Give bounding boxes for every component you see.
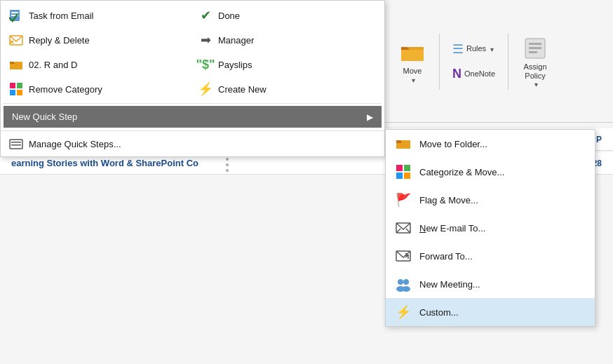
payslips-label: Payslips: [218, 60, 252, 70]
rules-button[interactable]: ☰ Rules ▾: [448, 39, 499, 60]
done-label: Done: [218, 11, 240, 21]
svg-line-27: [396, 229, 400, 233]
assign-policy-label: AssignPolicy: [524, 62, 547, 81]
onenote-icon: N: [452, 67, 462, 81]
svg-rect-15: [10, 90, 15, 95]
svg-rect-6: [529, 51, 537, 53]
svg-rect-8: [11, 12, 18, 13]
move-button[interactable]: Move ▾: [394, 36, 431, 86]
new-meeting-icon: [396, 276, 411, 292]
new-email-to-label: New E-mail To...: [419, 223, 485, 234]
new-meeting-label: New Meeting...: [419, 279, 480, 290]
rules-label: Rules: [466, 44, 486, 53]
svg-rect-16: [17, 90, 22, 95]
manage-icon: [9, 137, 23, 151]
svg-point-31: [403, 279, 409, 285]
submenu-new-meeting[interactable]: New Meeting...: [386, 270, 595, 298]
qs-item-02-r-and-d[interactable]: 02. R and D: [4, 53, 192, 76]
qs-item-create-new[interactable]: ⚡ Create New: [193, 77, 382, 101]
onenote-label: OneNote: [464, 69, 495, 79]
onenote-button[interactable]: N OneNote: [448, 64, 499, 84]
move-label: Move: [403, 67, 422, 76]
qs-item-reply-delete[interactable]: Reply & Delete: [4, 28, 192, 52]
task-from-email-label: Task from Email: [29, 11, 93, 21]
svg-rect-14: [17, 83, 22, 88]
remove-category-label: Remove Category: [29, 84, 102, 95]
02-r-and-d-label: 02. R and D: [29, 60, 77, 70]
new-quick-step-item[interactable]: New Quick Step ▶: [4, 106, 382, 128]
quick-steps-dropdown: Task from Email ✔ Done Reply & Delete ➡ …: [0, 0, 385, 157]
task-from-email-icon: [9, 8, 23, 22]
submenu-categorize-move[interactable]: Categorize & Move...: [386, 158, 595, 186]
create-new-label: Create New: [218, 84, 267, 95]
reply-delete-label: Reply & Delete: [29, 35, 90, 46]
svg-rect-22: [396, 165, 403, 171]
categorize-move-label: Categorize & Move...: [419, 167, 504, 177]
svg-rect-24: [396, 173, 403, 179]
move-to-folder-label: Move to Folder...: [419, 139, 487, 149]
svg-point-30: [398, 279, 403, 285]
r-and-d-folder-icon: [9, 58, 23, 72]
manager-icon: ➡: [198, 33, 213, 47]
manage-quick-steps-item[interactable]: Manage Quick Steps...: [1, 130, 384, 156]
qs-divider: [4, 103, 382, 104]
manage-quick-steps-label: Manage Quick Steps...: [29, 139, 121, 149]
reply-delete-icon: [9, 33, 23, 47]
ribbon-separator-2: [508, 34, 508, 90]
quick-steps-grid: Task from Email ✔ Done Reply & Delete ➡ …: [1, 1, 384, 130]
forward-to-label: Forward To...: [419, 251, 473, 262]
svg-rect-19: [11, 144, 21, 146]
flag-move-label: Flag & Move...: [419, 195, 478, 205]
new-email-to-icon: [396, 220, 411, 236]
qs-item-remove-category[interactable]: Remove Category: [4, 77, 192, 101]
ribbon-right-section: Move ▾ ☰ Rules ▾ N OneNote AssignPolicy …: [389, 0, 613, 123]
qs-item-payslips[interactable]: "$" Payslips: [193, 53, 382, 76]
rules-dropdown-arrow: ▾: [490, 46, 494, 53]
svg-rect-18: [11, 142, 21, 143]
rules-icon: ☰: [452, 41, 464, 57]
svg-rect-23: [404, 165, 410, 171]
submenu-custom[interactable]: ⚡ Custom...: [386, 298, 595, 326]
move-dropdown-arrow: ▾: [412, 76, 415, 84]
payslips-icon: "$": [198, 58, 213, 72]
new-quick-step-submenu: Move to Folder... Categorize & Move... 🚩…: [385, 129, 595, 327]
custom-icon: ⚡: [396, 304, 411, 320]
svg-rect-5: [529, 47, 541, 49]
svg-rect-25: [404, 173, 410, 179]
qs-item-manager[interactable]: ➡ Manager: [193, 28, 382, 52]
move-folder-icon: [398, 39, 426, 67]
assign-policy-button[interactable]: AssignPolicy ▾: [517, 32, 553, 91]
custom-label: Custom...: [419, 307, 459, 318]
categorize-move-icon: [396, 164, 411, 180]
svg-point-33: [402, 286, 410, 292]
submenu-move-to-folder[interactable]: Move to Folder...: [386, 130, 595, 158]
remove-category-icon: [9, 82, 23, 96]
scroll-dot-3: [226, 169, 229, 172]
assign-policy-icon: [521, 34, 549, 62]
qs-item-task-from-email[interactable]: Task from Email: [4, 4, 192, 27]
manager-label: Manager: [218, 35, 254, 46]
qs-item-done[interactable]: ✔ Done: [193, 4, 382, 27]
email-sender-2: earning Stories with Word & SharePoint C…: [11, 158, 198, 168]
done-icon: ✔: [198, 8, 213, 22]
assign-policy-dropdown-arrow: ▾: [534, 81, 538, 88]
svg-rect-1: [401, 50, 424, 61]
svg-rect-13: [10, 83, 15, 88]
svg-rect-4: [529, 43, 541, 45]
submenu-new-email-to[interactable]: New E-mail To...: [386, 214, 595, 242]
new-quick-step-chevron: ▶: [367, 112, 373, 122]
svg-rect-17: [10, 140, 22, 149]
flag-move-icon: 🚩: [396, 192, 411, 208]
ribbon-separator-1: [439, 34, 440, 90]
scroll-dot-2: [226, 163, 229, 166]
svg-line-28: [406, 229, 410, 233]
submenu-forward-to[interactable]: Forward To...: [386, 242, 595, 270]
forward-to-icon: [396, 248, 411, 264]
create-new-icon: ⚡: [198, 82, 213, 96]
move-to-folder-icon: [396, 136, 411, 151]
scroll-dot-1: [226, 158, 229, 161]
new-quick-step-label: New Quick Step: [12, 112, 77, 122]
submenu-flag-move[interactable]: 🚩 Flag & Move...: [386, 186, 595, 214]
